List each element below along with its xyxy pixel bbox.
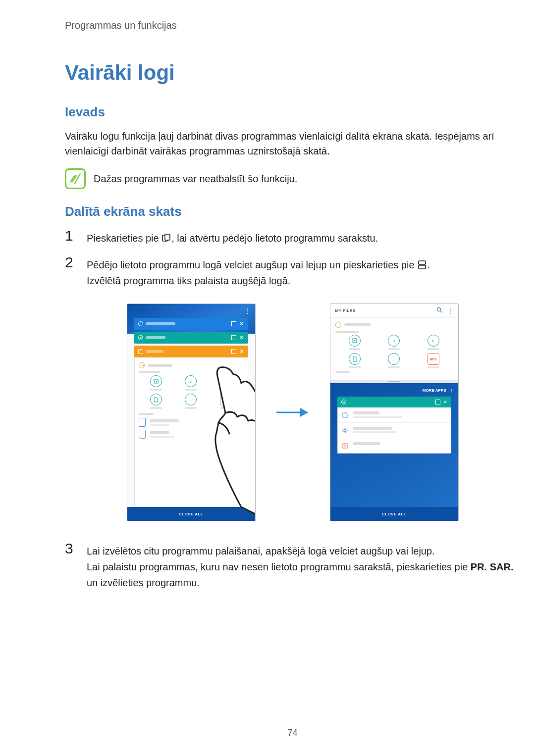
close-icon: ✕ — [239, 334, 244, 341]
phone-screenshot-left: ⋮ ✕ ✕ ✕ — [127, 303, 256, 521]
downloads-icon: ↓ — [388, 353, 400, 365]
svg-rect-1 — [165, 234, 170, 240]
step-1: 1 Pieskarieties pie , lai atvērtu pēdējo… — [65, 228, 520, 246]
step-number: 3 — [65, 541, 79, 591]
downloads-icon: ↓ — [185, 394, 197, 405]
app-titlebar: MY FILES ⋮ — [330, 304, 458, 318]
more-icon: ⋮ — [449, 388, 453, 393]
step-text: Izvēlētā programma tiks palaista augšējā… — [87, 273, 430, 289]
more-icon: ⋮ — [244, 307, 251, 315]
app-card-content: ♪ ▹ ↓ APK — [134, 357, 248, 507]
app-card: ✕ — [337, 397, 451, 407]
step-text: , lai atvērtu pēdējo lietoto programmu s… — [171, 233, 378, 244]
images-icon — [349, 335, 361, 347]
documents-icon — [150, 394, 162, 405]
clock-icon — [139, 362, 145, 368]
app-card-active: ✕ — [134, 346, 248, 357]
svg-point-6 — [437, 308, 440, 311]
page-container: Programmas un funkcijas Vairāki logi Iev… — [25, 0, 535, 756]
recents-icon — [161, 233, 171, 243]
split-icon — [231, 321, 236, 326]
close-icon: ✕ — [239, 320, 244, 327]
apk-icon: APK — [428, 353, 439, 365]
phone-screenshot-right: MY FILES ⋮ ♪ ▹ ↓ APK — [330, 303, 459, 521]
step-2: 2 Pēdējo lietoto programmu logā velciet … — [65, 255, 520, 289]
step-text: Lai izvēlētos citu programmu palaišanai,… — [87, 543, 520, 559]
page-title: Vairāki logi — [65, 61, 520, 85]
video-icon: ▹ — [220, 375, 232, 387]
split-icon — [435, 400, 440, 404]
note-text: Dažas programmas var neatbalstīt šo funk… — [94, 173, 297, 185]
step-3: 3 Lai izvēlētos citu programmu palaišana… — [65, 541, 520, 591]
page-number: 74 — [25, 728, 535, 738]
audio-icon: ♪ — [388, 335, 400, 347]
search-icon — [436, 307, 442, 314]
svg-rect-2 — [419, 261, 426, 264]
more-icon: ⋮ — [447, 307, 453, 314]
images-icon — [150, 375, 162, 387]
split-icon — [231, 335, 236, 340]
recent-apps-cards: ✕ ✕ ✕ — [127, 316, 255, 357]
svg-line-7 — [440, 311, 442, 312]
intro-paragraph: Vairāku logu funkcija ļauj darbināt diva… — [65, 129, 520, 158]
note-icon — [65, 168, 86, 189]
section-heading-intro: Ievads — [65, 104, 520, 120]
split-icon — [231, 349, 236, 354]
step-number: 1 — [65, 228, 79, 246]
sound-icon — [342, 427, 349, 434]
app-card: ✕ — [134, 332, 248, 344]
note-row: Dažas programmas var neatbalstīt šo funk… — [65, 168, 520, 189]
step-number: 2 — [65, 255, 79, 289]
apk-icon: APK — [220, 394, 232, 405]
app-card: ✕ — [134, 318, 248, 330]
sd-card-icon — [139, 430, 146, 439]
app-title: MY FILES — [335, 308, 356, 313]
step-list: 1 Pieskarieties pie , lai atvērtu pēdējo… — [65, 228, 520, 289]
section-heading-split: Dalītā ekrāna skats — [65, 204, 520, 219]
page-header: Programmas un funkcijas — [65, 20, 520, 31]
close-icon: ✕ — [443, 400, 447, 404]
illustration: ⋮ ✕ ✕ ✕ — [65, 303, 520, 521]
step-body: Lai izvēlētos citu programmu palaišanai,… — [87, 541, 520, 591]
app-upper-pane: ♪ ▹ ↓ APK — [330, 318, 458, 380]
internal-storage-icon — [139, 418, 146, 427]
step-body: Pēdējo lietoto programmu logā velciet au… — [87, 255, 430, 289]
audio-icon: ♪ — [185, 375, 197, 387]
clock-icon — [335, 322, 341, 328]
split-screen-icon — [417, 260, 427, 270]
more-apps-label: MORE APPS⋮ — [330, 386, 458, 397]
svg-rect-3 — [419, 265, 426, 269]
close-all-button: CLOSE ALL — [127, 507, 255, 521]
step-text: . — [427, 259, 430, 270]
video-icon: ▹ — [428, 335, 439, 347]
list-item — [338, 438, 451, 453]
step-body: Pieskarieties pie , lai atvērtu pēdējo l… — [87, 228, 378, 246]
documents-icon — [349, 353, 361, 365]
settings-list — [337, 407, 451, 454]
connections-icon — [342, 411, 349, 418]
step-text: Pieskarieties pie — [87, 233, 161, 244]
close-all-button: CLOSE ALL — [330, 507, 458, 521]
close-icon: ✕ — [239, 348, 244, 355]
list-item — [338, 407, 451, 423]
step-text: Pēdējo lietoto programmu logā velciet au… — [87, 259, 417, 270]
app-lower-pane: MORE APPS⋮ ✕ — [330, 383, 458, 507]
list-item — [338, 423, 451, 438]
notifications-icon — [342, 442, 349, 449]
step-text: Lai palaistu programmas, kuru nav nesen … — [87, 559, 520, 591]
arrow-right-icon — [275, 405, 310, 420]
